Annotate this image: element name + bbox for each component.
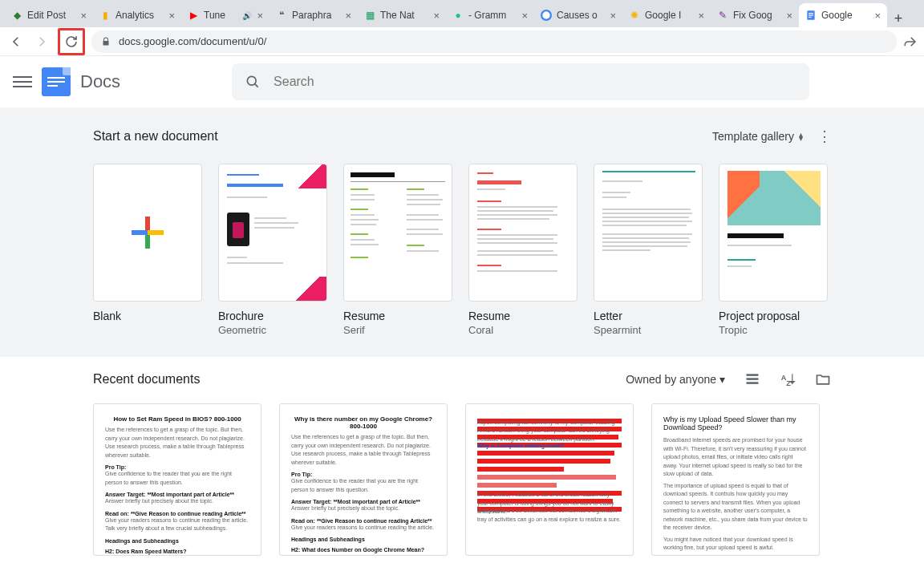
template-subtitle: Coral xyxy=(468,324,578,336)
owned-by-filter[interactable]: Owned by anyone ▾ xyxy=(626,373,725,386)
tab-title: The Nat xyxy=(380,10,428,21)
url-box[interactable]: docs.google.com/document/u/0/ xyxy=(91,30,897,53)
recent-thumb: https://computinghub.com/why-is-my-compu… xyxy=(465,403,634,556)
tab-title: Analytics xyxy=(116,10,164,21)
search-icon xyxy=(245,74,261,90)
template-card-blank[interactable]: Blank xyxy=(93,164,202,336)
list-view-icon[interactable] xyxy=(744,371,760,387)
template-card-letter[interactable]: Letter Spearmint xyxy=(594,164,703,336)
address-bar: docs.google.com/document/u/0/ xyxy=(0,27,924,56)
favicon: ◆ xyxy=(11,10,22,21)
browser-tab[interactable]: ▶ Tune 🔊 × xyxy=(181,3,270,27)
close-icon[interactable]: × xyxy=(521,10,528,22)
template-title: Letter xyxy=(594,310,703,322)
templates-section: Start a new document Template gallery ▴▾… xyxy=(0,107,924,357)
template-card-resume-coral[interactable]: Resume Coral xyxy=(468,164,578,336)
chevron-down-icon: ▾ xyxy=(719,373,725,386)
close-icon[interactable]: × xyxy=(874,10,881,22)
close-icon[interactable]: × xyxy=(168,10,175,22)
browser-tab[interactable]: ❝ Paraphra × xyxy=(270,3,358,27)
template-thumb xyxy=(468,164,578,302)
template-title: Project proposal xyxy=(719,310,828,322)
template-subtitle: Spearmint xyxy=(594,324,703,336)
template-thumb xyxy=(343,164,452,302)
audio-icon[interactable]: 🔊 xyxy=(242,11,252,20)
close-icon[interactable]: × xyxy=(610,10,616,22)
sort-icon[interactable]: AZ xyxy=(780,371,796,387)
template-title: Blank xyxy=(93,310,202,322)
recent-doc-card[interactable]: How to Set Ram Speed in BIOS? 800-1000 U… xyxy=(93,403,261,556)
svg-rect-8 xyxy=(747,382,759,384)
browser-tab[interactable]: ✎ Fix Goog × xyxy=(711,3,799,27)
tab-title: Fix Goog xyxy=(733,10,781,21)
recent-row: How to Set Ram Speed in BIOS? 800-1000 U… xyxy=(93,403,831,556)
folder-icon[interactable] xyxy=(815,371,831,387)
svg-rect-6 xyxy=(747,374,759,376)
recent-doc-card[interactable]: Why is there number on my Google Chrome?… xyxy=(279,403,448,556)
plus-icon xyxy=(132,217,164,249)
close-icon[interactable]: × xyxy=(786,10,792,22)
more-options-button[interactable]: ⋮ xyxy=(817,128,831,145)
template-card-proposal[interactable]: Project proposal Tropic xyxy=(719,164,828,336)
favicon: ▶ xyxy=(188,10,199,21)
main-menu-button[interactable] xyxy=(13,72,32,91)
nav-back-button[interactable] xyxy=(6,32,26,51)
browser-tab[interactable]: ◆ Edit Post × xyxy=(5,3,93,27)
recent-thumb: Why is my Upload Speed Slower than my Do… xyxy=(651,403,820,556)
svg-point-5 xyxy=(247,76,256,85)
tab-title: Google xyxy=(821,10,869,21)
docs-logo-icon[interactable] xyxy=(42,67,71,96)
svg-text:Z: Z xyxy=(786,379,791,387)
tab-title: Edit Post xyxy=(27,10,75,21)
browser-tab[interactable]: ▮ Analytics × xyxy=(93,3,181,27)
close-icon[interactable]: × xyxy=(698,10,704,22)
tab-title: Causes o xyxy=(557,10,605,21)
recent-thumb: How to Set Ram Speed in BIOS? 800-1000 U… xyxy=(93,403,261,556)
tab-title: Tune xyxy=(204,10,237,21)
search-box[interactable] xyxy=(232,63,809,100)
browser-tab[interactable]: ● - Gramm × xyxy=(446,3,534,27)
browser-tab-active[interactable]: Google × xyxy=(799,3,887,27)
close-icon[interactable]: × xyxy=(80,10,87,22)
recent-doc-card[interactable]: https://computinghub.com/why-is-my-compu… xyxy=(465,403,634,556)
template-title: Resume xyxy=(343,310,452,322)
search-input[interactable] xyxy=(274,75,796,89)
template-thumb xyxy=(594,164,703,302)
share-icon[interactable] xyxy=(903,34,918,49)
template-title: Brochure xyxy=(218,310,327,322)
nav-reload-button[interactable] xyxy=(62,32,81,51)
svg-rect-3 xyxy=(808,14,813,15)
browser-tab[interactable]: ▦ The Nat × xyxy=(358,3,446,27)
doc-preview-title: Why is there number on my Google Chrome?… xyxy=(291,415,436,430)
browser-tab[interactable]: Causes o × xyxy=(534,3,622,27)
app-name: Docs xyxy=(80,71,120,92)
recent-heading: Recent documents xyxy=(93,372,200,387)
tab-title: - Gramm xyxy=(468,10,517,21)
close-icon[interactable]: × xyxy=(345,10,351,22)
favicon: ▮ xyxy=(99,10,111,21)
new-tab-button[interactable]: + xyxy=(887,10,910,27)
recent-section: Recent documents Owned by anyone ▾ AZ xyxy=(0,357,924,570)
template-card-brochure[interactable]: Brochure Geometric xyxy=(218,164,327,336)
template-card-resume-serif[interactable]: Resume Serif xyxy=(343,164,452,336)
template-subtitle: Serif xyxy=(343,324,452,336)
tab-title: Google I xyxy=(645,10,693,21)
template-row: Blank Brochu xyxy=(93,164,831,336)
doc-preview-title: Why is my Upload Speed Slower than my Do… xyxy=(663,415,808,431)
template-thumb xyxy=(719,164,828,302)
close-icon[interactable]: × xyxy=(433,10,440,22)
doc-preview-title: How to Set Ram Speed in BIOS? 800-1000 xyxy=(105,415,249,423)
url-text: docs.google.com/document/u/0/ xyxy=(119,35,266,47)
template-thumb xyxy=(93,164,202,302)
template-gallery-button[interactable]: Template gallery ▴▾ xyxy=(712,130,803,143)
lock-icon xyxy=(101,36,111,47)
browser-tab[interactable]: ✺ Google I × xyxy=(622,3,711,27)
reload-highlight-box xyxy=(58,28,85,55)
templates-heading: Start a new document xyxy=(93,129,218,144)
svg-rect-7 xyxy=(747,378,759,380)
favicon: ❝ xyxy=(276,10,287,21)
favicon: ✎ xyxy=(717,10,728,21)
favicon xyxy=(541,10,552,21)
close-icon[interactable]: × xyxy=(257,10,263,22)
recent-doc-card[interactable]: Why is my Upload Speed Slower than my Do… xyxy=(651,403,820,556)
